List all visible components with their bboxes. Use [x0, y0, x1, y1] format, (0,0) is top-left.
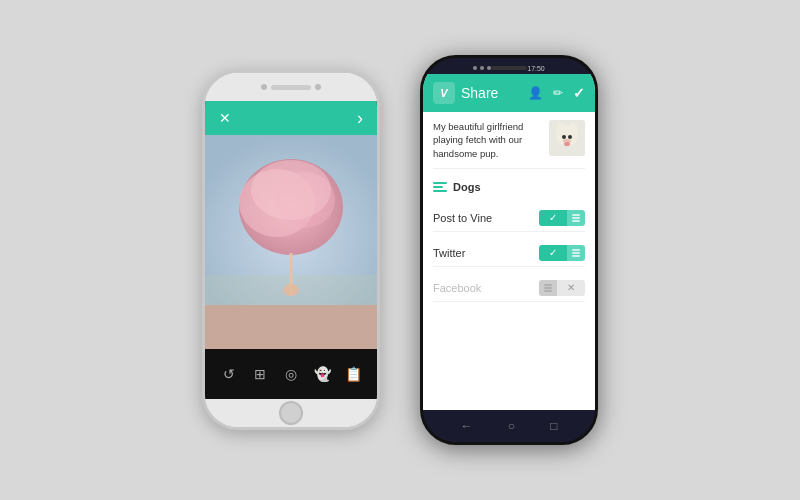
- facebook-label: Facebook: [433, 282, 481, 294]
- time-battery: 17:50: [527, 65, 545, 72]
- close-icon[interactable]: ✕: [219, 110, 231, 126]
- status-icons: [473, 66, 491, 70]
- fb-x-icon: ✕: [567, 282, 575, 293]
- home-button-right[interactable]: ○: [508, 419, 515, 433]
- dog-svg: [549, 120, 585, 156]
- ghost-icon[interactable]: 👻: [312, 364, 332, 384]
- share-content: My beautiful girlfriend playing fetch wi…: [423, 112, 595, 410]
- status-bar: 17:50: [461, 58, 557, 74]
- twitter-toggle-on[interactable]: ✓: [539, 245, 567, 261]
- add-people-icon[interactable]: 👤: [528, 86, 543, 100]
- target-icon[interactable]: ◎: [281, 364, 301, 384]
- rotate-icon[interactable]: ↺: [219, 364, 239, 384]
- bar3: [572, 220, 580, 222]
- vine-bars-icon: [572, 214, 580, 222]
- clipboard-icon[interactable]: 📋: [343, 364, 363, 384]
- signal-dot-1: [473, 66, 477, 70]
- next-icon[interactable]: ›: [357, 108, 363, 129]
- speaker: [271, 85, 311, 90]
- channel-lines-icon: [433, 182, 447, 192]
- right-phone: 17:50 V Share 👤 ✏ ✓ My beautiful girlfri…: [420, 55, 598, 445]
- twitter-bars-icon: [572, 249, 580, 257]
- tbar1: [572, 249, 580, 251]
- channel-line-1: [433, 182, 447, 184]
- svg-point-15: [564, 142, 570, 146]
- vine-topbar: ✕ ›: [205, 101, 377, 135]
- grid-icon[interactable]: ⊞: [250, 364, 270, 384]
- twitter-toggle[interactable]: ✓: [539, 245, 585, 261]
- left-phone: ✕ ›: [202, 70, 380, 430]
- vine-toggle-on[interactable]: ✓: [539, 210, 567, 226]
- fb-toggle-off[interactable]: ✕: [557, 280, 585, 296]
- cotton-candy-image: [205, 135, 377, 349]
- twitter-toggle-bars[interactable]: [567, 245, 585, 261]
- twitter-check-icon: ✓: [549, 247, 557, 258]
- left-screen: ✕ ›: [205, 101, 377, 399]
- twitter-label: Twitter: [433, 247, 465, 259]
- speaker-right: [491, 66, 527, 70]
- svg-point-10: [556, 123, 566, 137]
- recent-button[interactable]: □: [550, 419, 557, 433]
- cotton-candy-svg: [205, 135, 377, 305]
- post-caption: My beautiful girlfriend playing fetch wi…: [433, 120, 541, 160]
- right-screen: V Share 👤 ✏ ✓ My beautiful girlfriend pl…: [423, 74, 595, 410]
- svg-point-11: [568, 123, 578, 137]
- channel-name[interactable]: Dogs: [453, 181, 481, 193]
- share-actions: 👤 ✏ ✓: [528, 85, 585, 101]
- share-title: Share: [461, 85, 498, 101]
- left-phone-bottom: [205, 399, 377, 427]
- fbar1: [544, 284, 552, 286]
- svg-point-12: [562, 135, 566, 139]
- vine-toggle-bars[interactable]: [567, 210, 585, 226]
- svg-point-5: [251, 160, 331, 220]
- signal-dot-2: [480, 66, 484, 70]
- twitter-row: Twitter ✓: [433, 240, 585, 267]
- post-to-vine-row: Post to Vine ✓: [433, 205, 585, 232]
- clock: 17:50: [527, 65, 545, 72]
- svg-point-13: [568, 135, 572, 139]
- tbar3: [572, 255, 580, 257]
- post-to-vine-toggle[interactable]: ✓: [539, 210, 585, 226]
- channel-line-3: [433, 190, 447, 192]
- confirm-icon[interactable]: ✓: [573, 85, 585, 101]
- fb-bars-icon: [544, 284, 552, 292]
- share-topbar: V Share 👤 ✏ ✓: [423, 74, 595, 112]
- vine-logo: V: [433, 82, 455, 104]
- facebook-row: Facebook ✕: [433, 275, 585, 302]
- camera-dot-2: [315, 84, 321, 90]
- vine-v: V: [440, 87, 447, 99]
- channel-line-2: [433, 186, 443, 188]
- post-thumbnail: [549, 120, 585, 156]
- home-button[interactable]: [279, 401, 303, 425]
- post-to-vine-label: Post to Vine: [433, 212, 492, 224]
- channel-row: Dogs: [433, 177, 585, 197]
- facebook-toggle[interactable]: ✕: [539, 280, 585, 296]
- left-phone-top: [205, 73, 377, 101]
- bar2: [572, 217, 580, 219]
- fbar2: [544, 287, 552, 289]
- edit-icon[interactable]: ✏: [553, 86, 563, 100]
- camera-dot: [261, 84, 267, 90]
- nav-bar: ← ○ □: [423, 410, 595, 442]
- svg-point-7: [283, 284, 299, 296]
- post-preview-row: My beautiful girlfriend playing fetch wi…: [433, 120, 585, 169]
- vine-bottom-bar: ↺ ⊞ ◎ 👻 📋: [205, 349, 377, 399]
- bar1: [572, 214, 580, 216]
- vine-check-icon: ✓: [549, 212, 557, 223]
- fbar3: [544, 290, 552, 292]
- back-button[interactable]: ←: [461, 419, 473, 433]
- fb-toggle-bars[interactable]: [539, 280, 557, 296]
- tbar2: [572, 252, 580, 254]
